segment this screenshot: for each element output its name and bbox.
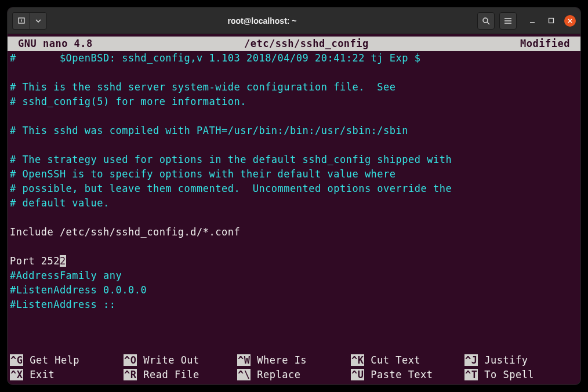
shortcut-item: ^O Write Out (124, 353, 237, 368)
shortcut-key: ^X (10, 369, 23, 380)
shortcut-label: Cut Text (364, 354, 420, 366)
search-button[interactable] (477, 12, 495, 30)
shortcut-item: ^G Get Help (10, 353, 124, 368)
shortcut-label: Write Out (137, 354, 199, 366)
editor-line (10, 210, 578, 225)
editor-line: # OpenSSH is to specify options with the… (10, 167, 578, 182)
chevron-down-icon (35, 19, 41, 23)
shortcut-item: ^J Justify (464, 353, 578, 368)
titlebar: root@localhost: ~ (8, 8, 580, 34)
shortcut-label: Get Help (23, 354, 79, 366)
maximize-button[interactable] (546, 16, 556, 26)
editor-line: #ListenAddress :: (10, 297, 578, 312)
search-icon (482, 17, 490, 25)
shortcut-label: Exit (23, 369, 55, 380)
editor-line: # possible, but leave them commented. Un… (10, 182, 578, 196)
shortcut-item: ^R Read File (124, 368, 237, 382)
shortcut-key: ^O (124, 354, 137, 366)
shortcut-label: Read File (137, 369, 199, 380)
close-icon (567, 18, 573, 24)
shortcut-key: ^K (351, 354, 364, 366)
shortcut-key: ^\ (237, 369, 251, 380)
port-value: Port 252 (10, 255, 60, 267)
shortcut-item: ^U Paste Text (351, 368, 464, 382)
shortcut-key: ^W (237, 354, 251, 366)
nano-filepath: /etc/ssh/sshd_config (93, 37, 520, 51)
editor-content[interactable]: # $OpenBSD: sshd_config,v 1.103 2018/04/… (8, 51, 580, 353)
shortcut-item: ^T To Spell (464, 368, 578, 382)
svg-point-2 (483, 18, 488, 23)
editor-line: #ListenAddress 0.0.0.0 (10, 283, 578, 297)
minimize-button[interactable] (527, 16, 538, 26)
shortcut-label: Paste Text (364, 369, 433, 380)
shortcut-key: ^G (10, 354, 23, 366)
editor-line: # The strategy used for options in the d… (10, 153, 578, 167)
shortcut-key: ^R (124, 369, 137, 380)
window-controls (527, 15, 576, 27)
titlebar-left-controls (12, 12, 47, 30)
editor-line: #AddressFamily any (10, 268, 578, 283)
shortcut-key: ^U (351, 369, 364, 380)
new-tab-icon (17, 17, 26, 25)
titlebar-right-controls (477, 12, 576, 30)
window-title: root@localhost: ~ (50, 16, 474, 26)
shortcut-key: ^J (464, 354, 478, 366)
shortcut-key: ^T (464, 369, 478, 380)
svg-line-3 (487, 22, 489, 24)
close-button[interactable] (564, 15, 576, 27)
shortcut-item: ^K Cut Text (351, 353, 464, 368)
terminal-window: root@localhost: ~ GNU nan (7, 7, 581, 385)
editor-line: # default value. (10, 196, 578, 210)
shortcut-label: To Spell (478, 369, 534, 380)
editor-line (10, 239, 578, 254)
editor-line: # This sshd was compiled with PATH=/usr/… (10, 124, 578, 138)
editor-line: # sshd_config(5) for more information. (10, 95, 578, 109)
terminal-body[interactable]: GNU nano 4.8 /etc/ssh/sshd_config Modifi… (8, 34, 580, 384)
shortcut-item: ^X Exit (10, 368, 124, 382)
tab-dropdown-button[interactable] (30, 12, 47, 30)
hamburger-icon (504, 17, 512, 24)
nano-shortcuts: ^G Get Help^O Write Out^W Where Is^K Cut… (8, 353, 580, 382)
shortcut-label: Justify (478, 354, 528, 366)
editor-line (10, 138, 578, 153)
editor-line: # This is the sshd server system-wide co… (10, 80, 578, 95)
editor-line: Port 2522 (10, 254, 578, 268)
shortcut-label: Replace (251, 369, 300, 380)
shortcut-label: Where Is (251, 354, 307, 366)
nano-version: GNU nano 4.8 (18, 37, 93, 51)
editor-line: Include /etc/ssh/sshd_config.d/*.conf (10, 225, 578, 239)
minimize-icon (529, 17, 536, 24)
nano-header: GNU nano 4.8 /etc/ssh/sshd_config Modifi… (8, 37, 580, 51)
shortcut-item: ^\ Replace (237, 368, 351, 382)
editor-line (10, 66, 578, 80)
shortcut-item: ^W Where Is (237, 353, 351, 368)
svg-rect-8 (549, 19, 553, 23)
maximize-icon (548, 17, 554, 24)
new-tab-button[interactable] (12, 12, 30, 30)
editor-line (10, 109, 578, 124)
cursor: 2 (60, 255, 66, 267)
nano-status: Modified (520, 37, 570, 51)
editor-line: # $OpenBSD: sshd_config,v 1.103 2018/04/… (10, 51, 578, 66)
menu-button[interactable] (499, 12, 517, 30)
